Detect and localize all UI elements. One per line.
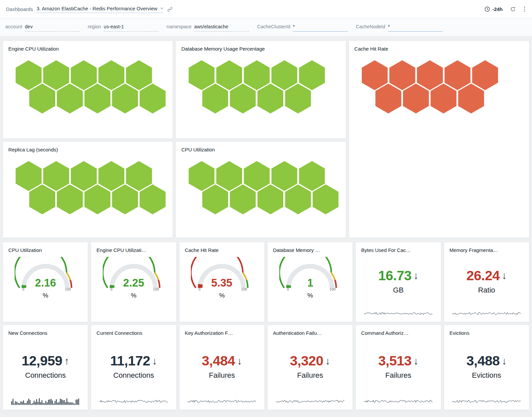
top-bar: Dashboards 3. Amazon ElastiCache - Redis… <box>0 0 532 19</box>
gauge-panel[interactable]: Database Memory … 0 100 1 % <box>267 242 353 322</box>
honeycomb-panel[interactable]: Engine CPU Utilization <box>3 41 173 139</box>
hexagon-cell <box>230 84 256 113</box>
filter-label: region <box>88 24 101 29</box>
hexagon-cell <box>29 84 55 113</box>
link-icon[interactable] <box>167 7 173 12</box>
stat-body: 3,320 ↓ Failures <box>268 336 352 397</box>
trend-down-icon: ↓ <box>502 356 507 366</box>
gauge-threshold-segment <box>158 280 160 288</box>
stat-panel[interactable]: Bytes Used For Cac… 16.73 ↓ GB <box>355 242 441 322</box>
filter-value-input[interactable]: aws/elasticache <box>194 24 249 32</box>
gauge-max-label: 100 <box>153 287 159 291</box>
stat-value: 3,513 <box>378 353 411 369</box>
stat-unit: Ratio <box>478 286 495 295</box>
filter-variable: region us-east-1 <box>88 24 159 32</box>
honeycomb-panel[interactable]: Replica Lag (seconds) <box>3 141 173 238</box>
stat-value: 26.24 <box>466 268 500 284</box>
hexagon-cell <box>285 84 311 113</box>
sparkline-chart <box>452 397 521 405</box>
hexagon-cell <box>57 184 83 214</box>
gauge-min-label: 0 <box>110 287 112 291</box>
gauge-max-label: 100 <box>241 287 247 291</box>
honeycomb-panel[interactable]: Cache Hit Rate <box>349 41 529 238</box>
gauge-panel[interactable]: CPU Utilization 0 100 2.16 % <box>3 242 88 322</box>
stat-body: 12,959 ↑ Connections <box>3 336 88 397</box>
hexagon-cell <box>257 184 283 214</box>
stat-body: 16.73 ↓ GB <box>356 253 441 309</box>
panel-title: Authentication Failu… <box>268 325 352 336</box>
stat-panel[interactable]: New Connections 12,959 ↑ Connections <box>3 325 88 410</box>
trend-up-icon: ↑ <box>64 356 69 366</box>
stat-value: 12,959 <box>22 353 62 369</box>
stat-value-row: 3,484 ↓ <box>202 353 242 369</box>
hexagon-cell <box>375 84 401 113</box>
hexagon-cell <box>403 84 429 113</box>
filter-variable: namespace aws/elasticache <box>167 24 249 32</box>
filter-value: * <box>388 24 390 29</box>
gauge-chart: 0 100 2.16 <box>15 257 76 292</box>
filter-variable: account dev <box>5 24 80 32</box>
gauge-unit: % <box>180 292 264 299</box>
stat-panel[interactable]: Key Authorization F… 3,484 ↓ Failures <box>179 325 265 410</box>
stat-value-row: 11,172 ↓ <box>110 353 157 369</box>
hexagon-cell <box>313 184 338 214</box>
stat-unit: Connections <box>25 371 66 380</box>
filter-value: us-east-1 <box>104 24 124 29</box>
stat-unit: Failures <box>297 371 323 380</box>
honeycomb-chart <box>3 161 173 214</box>
gauge-panel[interactable]: Engine CPU Utilizati… 0 100 2.25 % <box>91 242 176 322</box>
refresh-icon[interactable] <box>510 6 516 12</box>
trend-down-icon: ↓ <box>502 271 507 281</box>
gauge-unit: % <box>91 292 176 299</box>
filter-value-input[interactable]: * <box>388 24 443 32</box>
stat-panel[interactable]: Authentication Failu… 3,320 ↓ Failures <box>267 325 353 410</box>
chevron-down-icon <box>160 7 164 9</box>
honeycomb-chart <box>349 60 529 113</box>
gauge-wrap: 0 100 2.16 <box>15 257 76 292</box>
filter-value-input[interactable]: * <box>293 24 348 32</box>
gauge-unit: % <box>3 292 88 299</box>
gauge-wrap: 0 100 1 <box>279 257 341 292</box>
stat-body: 3,513 ↓ Failures <box>356 336 441 397</box>
gauge-max-label: 100 <box>330 287 335 291</box>
sparkline-chart <box>11 397 80 405</box>
stat-panel[interactable]: Command Authoriz… 3,513 ↓ Failures <box>355 325 441 410</box>
panel-title: CPU Utilization <box>176 142 345 152</box>
filter-value-input[interactable]: dev <box>25 24 80 32</box>
trend-down-icon: ↓ <box>237 356 242 366</box>
panel-title: Database Memory Usage Percentage <box>176 41 345 52</box>
panel-title: Bytes Used For Cac… <box>356 242 441 253</box>
panel-title: Cache Hit Rate <box>349 41 529 52</box>
stat-panel[interactable]: Evictions 3,488 ↓ Evictions <box>444 325 529 410</box>
panel-title: Evictions <box>444 325 529 336</box>
stat-value: 11,172 <box>110 353 150 369</box>
template-variables-bar: account dev region us-east-1 namespace a… <box>0 19 532 37</box>
stat-value: 3,488 <box>466 353 500 369</box>
hexagon-cell <box>230 184 256 214</box>
more-options-kebab-icon[interactable] <box>523 6 526 13</box>
gauge-chart: 0 100 1 <box>279 257 341 292</box>
filter-label: CacheNodeId <box>356 24 385 29</box>
honeycomb-chart <box>176 161 345 214</box>
gauge-panel[interactable]: Cache Hit Rate 0 100 5.35 % <box>179 242 265 322</box>
filter-variable: CacheClusterId * <box>257 24 348 32</box>
dashboard-title-dropdown[interactable]: 3. Amazon ElastiCache - Redis Performanc… <box>37 6 164 13</box>
stat-panel[interactable]: Current Connections 11,172 ↓ Connections <box>91 325 176 410</box>
time-range-label: -24h <box>492 6 503 12</box>
gauge-min-label: 0 <box>22 287 24 291</box>
stat-body: 11,172 ↓ Connections <box>91 336 176 397</box>
stat-value-row: 3,488 ↓ <box>466 353 507 369</box>
honeycomb-panel[interactable]: Database Memory Usage Percentage <box>176 41 346 139</box>
gauge-value: 1 <box>307 277 313 289</box>
breadcrumb-dashboards[interactable]: Dashboards <box>6 6 33 12</box>
panel-title: Engine CPU Utilizati… <box>91 242 176 253</box>
hexagon-cell <box>458 84 484 113</box>
time-range-picker[interactable]: -24h <box>484 6 503 12</box>
filter-value-input[interactable]: us-east-1 <box>104 24 159 32</box>
hexagon-cell <box>202 84 228 113</box>
stat-body: 26.24 ↓ Ratio <box>444 253 529 309</box>
panel-title: Cache Hit Rate <box>180 242 264 253</box>
panel-title: Replica Lag (seconds) <box>3 142 173 152</box>
honeycomb-panel[interactable]: CPU Utilization <box>176 141 346 238</box>
stat-panel[interactable]: Memory Fragmenta… 26.24 ↓ Ratio <box>444 242 529 322</box>
